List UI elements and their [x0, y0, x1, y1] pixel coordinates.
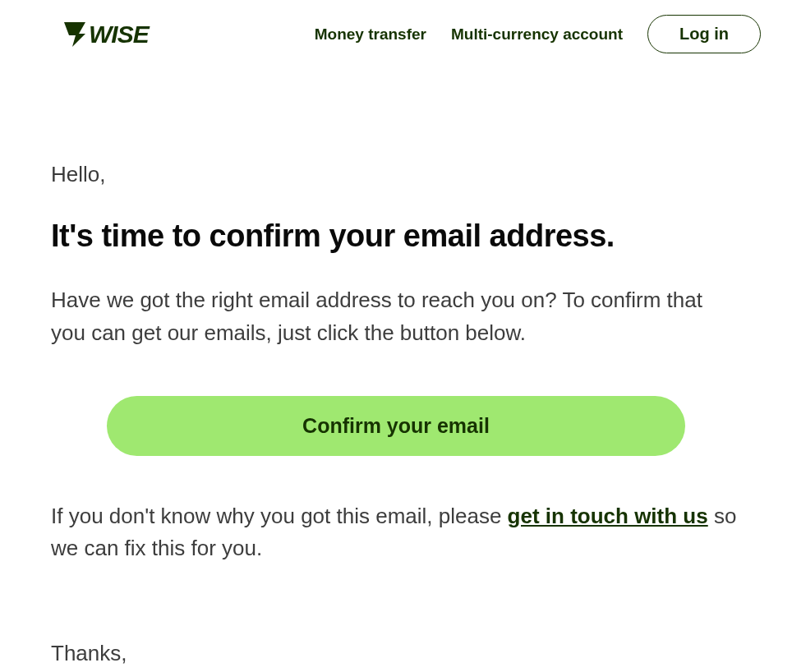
- cta-wrap: Confirm your email: [51, 396, 741, 456]
- contact-link[interactable]: get in touch with us: [508, 504, 708, 528]
- help-text: If you don't know why you got this email…: [51, 500, 741, 564]
- help-prefix: If you don't know why you got this email…: [51, 504, 508, 528]
- nav-link-multi-currency[interactable]: Multi-currency account: [451, 25, 623, 44]
- email-body-text: Have we got the right email address to r…: [51, 283, 741, 350]
- thanks-text: Thanks,: [51, 641, 127, 665]
- email-content: Hello, It's time to confirm your email a…: [0, 53, 792, 672]
- greeting-text: Hello,: [51, 162, 741, 187]
- header: WISE Money transfer Multi-currency accou…: [0, 0, 792, 53]
- nav: Money transfer Multi-currency account Lo…: [315, 15, 761, 53]
- login-button[interactable]: Log in: [647, 15, 761, 53]
- svg-text:WISE: WISE: [89, 21, 150, 48]
- email-heading: It's time to confirm your email address.: [51, 219, 741, 254]
- signoff: Thanks, The Wise Team: [51, 637, 741, 672]
- wise-logo-icon: WISE: [64, 21, 186, 48]
- confirm-email-button[interactable]: Confirm your email: [107, 396, 685, 456]
- nav-link-money-transfer[interactable]: Money transfer: [315, 25, 426, 44]
- wise-logo[interactable]: WISE: [64, 21, 186, 48]
